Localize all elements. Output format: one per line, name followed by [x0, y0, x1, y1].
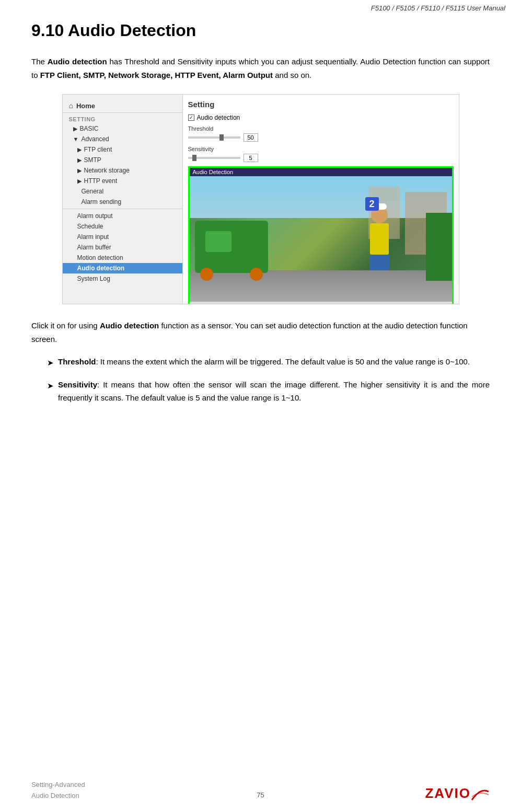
camera-view: Audio Detection	[188, 166, 454, 304]
threshold-term: Threshold	[58, 357, 96, 366]
audio-detection-checkbox[interactable]: ✓	[188, 115, 194, 121]
sidebar-item-general[interactable]: General	[63, 186, 182, 197]
sidebar-item-network[interactable]: ▶ Network storage	[63, 165, 182, 176]
footer-logo: ZAVIO	[425, 785, 490, 802]
pants	[369, 255, 389, 270]
home-label: Home	[76, 102, 95, 110]
audio-detection-term: Audio detection	[48, 57, 107, 66]
sidebar-item-syslog[interactable]: System Log	[63, 273, 182, 284]
sidebar-item-audio[interactable]: Audio detection	[63, 263, 182, 273]
sidebar-item-basic[interactable]: ▶ BASIC	[63, 123, 182, 134]
basic-icon: ▶	[73, 125, 77, 132]
desc-text-1: Click it on for using	[31, 321, 100, 330]
sidebar: ⌂ Home SETTING ▶ BASIC ▼ Advanced ▶ FTP …	[63, 95, 183, 304]
intro-text-1: The	[31, 57, 48, 66]
sensitivity-value: 5	[244, 154, 258, 162]
page-footer: Setting-Advanced Audio Detection 75 ZAVI…	[0, 780, 521, 802]
threshold-value: 50	[244, 133, 258, 142]
sensitivity-section: Sensitivity 5	[188, 146, 454, 162]
footer-section-label: Setting-Advanced	[31, 780, 85, 791]
intro-paragraph: The Audio detection has Threshold and Se…	[31, 55, 490, 82]
advanced-icon: ▼	[73, 136, 79, 142]
sidebar-item-alarm-output[interactable]: Alarm output	[63, 211, 182, 221]
footer-page-label: Audio Detection	[31, 791, 85, 802]
sidebar-item-schedule[interactable]: Schedule	[63, 221, 182, 232]
threshold-section: Threshold 50	[188, 125, 454, 142]
sensitivity-label: Sensitivity	[188, 146, 454, 152]
threshold-label: Threshold	[188, 125, 454, 132]
setting-label: SETTING	[63, 115, 182, 123]
settings-panel: Setting ✓ Audio detection Threshold 50	[183, 95, 459, 304]
page-number: 75	[257, 791, 264, 799]
home-icon: ⌂	[69, 101, 73, 110]
camera-footer: OK Cancel	[190, 302, 452, 304]
network-icon: ▶	[77, 167, 82, 174]
sensitivity-bullet: ➤ Sensitivity: It means that how often t…	[47, 378, 490, 405]
threshold-track[interactable]	[188, 136, 240, 139]
cart-top	[205, 231, 231, 252]
section-heading: 9.10 Audio Detection	[31, 21, 490, 40]
sensitivity-bullet-text: Sensitivity: It means that how often the…	[58, 378, 490, 405]
body	[370, 223, 389, 255]
bullet-list: ➤ Threshold: It means the extent which t…	[47, 355, 490, 405]
threshold-bullet: ➤ Threshold: It means the extent which t…	[47, 355, 490, 370]
badge-number: 2	[365, 197, 379, 211]
panel-title: Setting	[188, 100, 454, 109]
footer-left: Setting-Advanced Audio Detection	[31, 780, 85, 802]
description-paragraph: Click it on for using Audio detection fu…	[31, 319, 490, 346]
sidebar-home[interactable]: ⌂ Home	[63, 99, 182, 113]
threshold-arrow: ➤	[47, 356, 54, 370]
sidebar-item-smtp[interactable]: ▶ SMTP	[63, 155, 182, 165]
sidebar-item-ftp[interactable]: ▶ FTP client	[63, 144, 182, 155]
tree-right	[426, 213, 452, 281]
audio-detection-checkbox-label: Audio detection	[197, 114, 240, 121]
sidebar-item-advanced[interactable]: ▼ Advanced	[63, 134, 182, 144]
toy-cart	[195, 221, 268, 273]
audio-detection-bold2: Audio detection	[100, 321, 159, 330]
logo-swoosh-icon	[471, 786, 490, 801]
threshold-bullet-text: Threshold: It means the extent which the…	[58, 355, 470, 369]
sensitivity-track[interactable]	[188, 157, 240, 159]
wheel-right	[250, 268, 263, 281]
smtp-icon: ▶	[77, 157, 82, 164]
http-icon: ▶	[77, 178, 82, 185]
ground-area	[190, 270, 452, 302]
sidebar-item-alarm-buffer[interactable]: Alarm buffer	[63, 242, 182, 253]
child-figure	[369, 207, 389, 270]
intro-text-3: and so on.	[273, 71, 311, 79]
wheel-left	[200, 268, 213, 281]
sidebar-item-alarm-input[interactable]: Alarm input	[63, 232, 182, 242]
sensitivity-thumb[interactable]	[192, 155, 196, 161]
audio-detection-checkbox-row[interactable]: ✓ Audio detection	[188, 114, 454, 121]
sidebar-item-alarm-sending[interactable]: Alarm sending	[63, 197, 182, 207]
camera-title-bar: Audio Detection	[190, 168, 452, 176]
sensitivity-term: Sensitivity	[58, 380, 97, 389]
logo-text: ZAVIO	[425, 785, 471, 802]
supported-functions: FTP Client, SMTP, Network Storage, HTTP …	[40, 71, 273, 79]
ok-button[interactable]: OK	[290, 304, 314, 304]
sidebar-item-http[interactable]: ▶ HTTP event	[63, 176, 182, 186]
threshold-thumb[interactable]	[219, 134, 224, 141]
camera-image: 2	[190, 176, 452, 302]
cancel-button[interactable]: Cancel	[318, 304, 351, 304]
sidebar-item-motion[interactable]: Motion detection	[63, 253, 182, 263]
sensitivity-arrow: ➤	[47, 379, 54, 393]
document-title: F5100 / F5105 / F5110 / F5115 User Manua…	[371, 4, 505, 12]
screenshot-container: ⌂ Home SETTING ▶ BASIC ▼ Advanced ▶ FTP …	[62, 94, 459, 304]
ftp-icon: ▶	[77, 146, 82, 153]
